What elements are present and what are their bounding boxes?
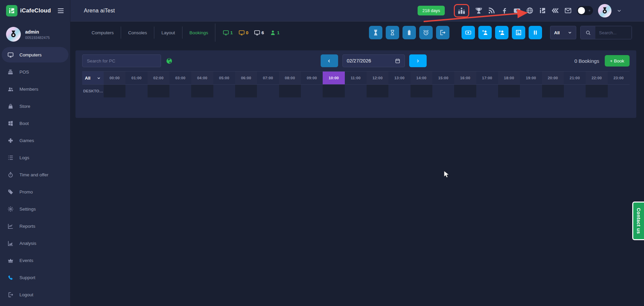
hourglass-filled-button[interactable]: [369, 26, 382, 39]
sidebar-item-time-and-offer[interactable]: Time and offer: [2, 167, 68, 182]
previous-day-button[interactable]: [321, 54, 338, 67]
sidebar-item-label: Promo: [19, 189, 33, 194]
counter-monitor-yellow[interactable]: 0: [238, 30, 249, 36]
booking-cell-07:00[interactable]: [257, 85, 279, 97]
booking-cell-22:00[interactable]: [586, 85, 607, 97]
booking-cell-00:00[interactable]: [104, 85, 125, 97]
account-avatar[interactable]: [598, 4, 611, 17]
account-chevron-down-icon[interactable]: [616, 8, 622, 13]
booking-cell-18:00[interactable]: [498, 85, 520, 97]
exit-icon: [439, 29, 446, 36]
booking-cell-02:00[interactable]: [148, 85, 169, 97]
sidebar-item-logs[interactable]: Logs: [2, 150, 68, 165]
dark-mode-toggle[interactable]: [577, 6, 593, 15]
globe-icon: [526, 7, 534, 14]
booking-cell-14:00[interactable]: [411, 85, 432, 97]
user-avatar: [6, 27, 21, 42]
toolbar-search-input[interactable]: [595, 26, 632, 39]
sidebar-item-settings[interactable]: Settings: [2, 201, 68, 217]
status-filter-select[interactable]: All: [550, 26, 576, 39]
date-value: 02/27/2026: [347, 58, 371, 63]
pc-search-input[interactable]: [82, 54, 161, 67]
sidebar-item-label: Analysis: [19, 241, 36, 246]
counter-value: 1: [230, 30, 233, 35]
gear-icon: [7, 206, 14, 212]
booking-cell-20:00[interactable]: [542, 85, 564, 97]
sidebar-item-analysis[interactable]: Analysis: [2, 235, 68, 251]
calendar-icon: [395, 58, 400, 64]
exit-button[interactable]: [436, 26, 449, 39]
tab-layout[interactable]: Layout: [154, 30, 182, 35]
booking-cell-11:00[interactable]: [345, 85, 367, 97]
monitor-icon: [238, 30, 245, 36]
sidebar-item-games[interactable]: Games: [2, 133, 68, 148]
booking-cell-01:00[interactable]: [125, 85, 147, 97]
row-filter-select[interactable]: All: [82, 72, 104, 84]
facebook-icon: [500, 7, 508, 14]
counter-monitor-white[interactable]: 6: [254, 30, 264, 36]
time-grid-row: DESKTO…: [82, 85, 630, 97]
booking-cell-05:00[interactable]: [213, 85, 235, 97]
globe-filter-icon[interactable]: [166, 57, 173, 64]
next-day-button[interactable]: [409, 54, 427, 67]
sidebar-item-boot[interactable]: Boot: [2, 116, 68, 131]
windows-icon: [7, 120, 14, 127]
sidebar-item-pos[interactable]: POS: [2, 64, 68, 80]
booking-cell-06:00[interactable]: [235, 85, 257, 97]
booking-cell-03:00[interactable]: [169, 85, 191, 97]
main-area: Arena aiTest 218 days ComputersConsolesL…: [70, 0, 644, 306]
booking-cell-13:00[interactable]: [388, 85, 410, 97]
hour-header-13:00: 13:00: [388, 72, 410, 84]
hour-header-07:00: 07:00: [257, 72, 279, 84]
sidebar-item-label: Games: [19, 138, 34, 143]
book-button[interactable]: + Book: [605, 55, 630, 67]
sidebar-item-logout[interactable]: Logout: [2, 287, 68, 302]
tab-consoles[interactable]: Consoles: [121, 30, 154, 35]
booking-cell-21:00[interactable]: [564, 85, 586, 97]
pause-button[interactable]: [529, 26, 542, 39]
user-profile[interactable]: admin 005193482475: [0, 21, 70, 45]
contact-us-button[interactable]: Contact us: [632, 202, 644, 240]
tab-bookings[interactable]: Bookings: [182, 30, 215, 35]
crown-icon: [7, 257, 14, 264]
toggle-dot: [589, 10, 590, 11]
photo-frame-button[interactable]: [512, 26, 525, 39]
booking-cell-10:00[interactable]: [323, 85, 344, 97]
booking-time-grid: All 00:0001:0002:0003:0004:0005:0006:000…: [82, 71, 630, 97]
hamburger-menu-icon[interactable]: [57, 7, 65, 15]
member-add-button[interactable]: [495, 26, 508, 39]
alarm-button[interactable]: [419, 26, 433, 39]
hourglass-button[interactable]: [386, 26, 399, 39]
sidebar-item-support[interactable]: Support: [2, 270, 68, 285]
member-star-button[interactable]: [478, 26, 492, 39]
booking-cell-08:00[interactable]: [279, 85, 301, 97]
booking-cell-23:00[interactable]: [608, 85, 630, 97]
sidebar-item-label: Computers: [19, 52, 42, 57]
rss-icon: [488, 7, 495, 14]
booking-cell-19:00[interactable]: [520, 85, 542, 97]
booking-cell-17:00[interactable]: [476, 85, 498, 97]
date-input[interactable]: 02/27/2026: [342, 54, 405, 67]
hour-header-21:00: 21:00: [564, 72, 586, 84]
booking-cell-09:00[interactable]: [301, 85, 323, 97]
hour-header-16:00: 16:00: [454, 72, 476, 84]
counter-monitor-green[interactable]: 1: [223, 30, 233, 36]
sidebar-item-members[interactable]: Members: [2, 81, 68, 97]
booking-cell-15:00[interactable]: [432, 85, 454, 97]
days-remaining-badge[interactable]: 218 days: [418, 6, 445, 15]
booking-cell-16:00[interactable]: [454, 85, 476, 97]
sidebar-item-computers[interactable]: Computers: [2, 47, 68, 62]
toolbar-searchbox: [580, 26, 632, 39]
banknote-button[interactable]: [462, 26, 475, 39]
counter-person-green[interactable]: 1: [270, 30, 280, 36]
battery-button[interactable]: [402, 26, 416, 39]
booking-cell-12:00[interactable]: [367, 85, 388, 97]
booking-cell-04:00[interactable]: [191, 85, 213, 97]
monitor-icon: [254, 30, 260, 36]
sidebar-item-label: Boot: [19, 121, 29, 126]
tab-computers[interactable]: Computers: [85, 30, 121, 35]
sidebar-item-promo[interactable]: Promo: [2, 184, 68, 200]
sidebar-item-reports[interactable]: Reports: [2, 218, 68, 234]
sidebar-item-store[interactable]: Store: [2, 98, 68, 114]
sidebar-item-events[interactable]: Events: [2, 253, 68, 268]
